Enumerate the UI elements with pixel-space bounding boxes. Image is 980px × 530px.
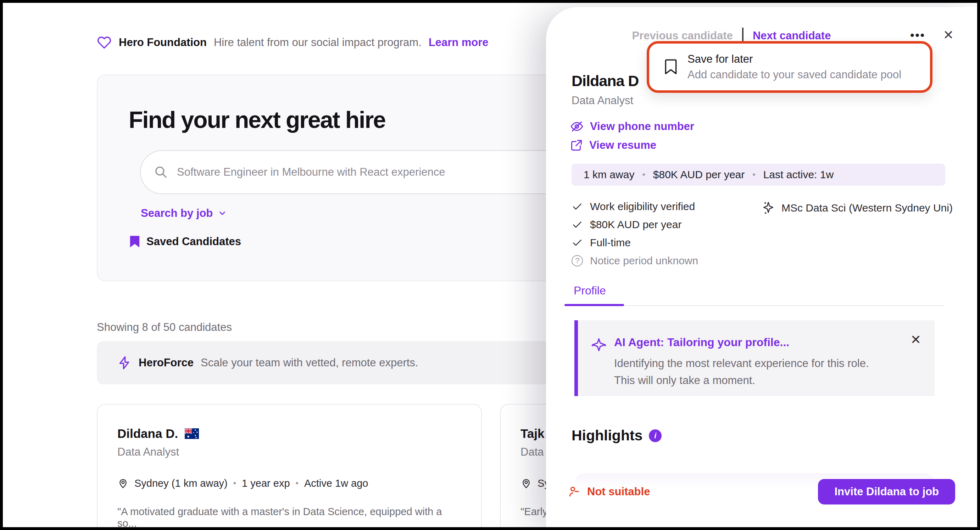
candidate-name: Tajk (520, 427, 544, 441)
bookmark-filled-icon (129, 235, 140, 248)
save-for-later-subtitle: Add candidate to your saved candidate po… (687, 68, 901, 81)
app-screen: Hero Foundation Hire talent from our soc… (0, 0, 980, 530)
next-candidate-button[interactable]: Next candidate (753, 29, 831, 42)
view-phone-number-link[interactable]: View phone number (570, 120, 694, 133)
check-icon (571, 219, 583, 230)
ai-sparkle-icon (590, 336, 608, 354)
ai-banner-body: Identifying the most relevant experience… (614, 355, 869, 389)
question-circle-icon: ? (571, 255, 583, 267)
heroforce-title: HeroForce (138, 356, 194, 369)
hero-foundation-title: Hero Foundation (119, 36, 207, 49)
location-pin-icon (117, 477, 129, 490)
education-label: MSc Data Sci (Western Sydney Uni) (781, 202, 953, 214)
check-icon (571, 201, 583, 212)
page-title: Find your next great hire (129, 106, 385, 133)
qualification-label: Work eligibility verified (590, 200, 695, 213)
candidate-role: Data Analyst (117, 446, 461, 459)
candidate-info-bar: 1 km away • $80K AUD per year • Last act… (571, 163, 945, 186)
hero-foundation-message: Hire talent from our social impact progr… (214, 36, 422, 49)
sparkle-icon (762, 200, 775, 216)
highlights-title: Highlights (571, 427, 643, 444)
person-minus-icon (568, 485, 581, 498)
chevron-down-icon (218, 209, 227, 218)
info-icon[interactable]: i (649, 429, 662, 442)
not-suitable-label: Not suitable (587, 486, 650, 498)
tab-active-indicator (565, 304, 624, 306)
dot-separator: • (642, 170, 645, 179)
qualification-label: $80K AUD per year (590, 219, 681, 231)
candidate-location: Sydney (1 km away) (134, 478, 228, 489)
lightning-bolt-icon (117, 355, 132, 371)
search-by-job-toggle[interactable]: Search by job (141, 207, 227, 220)
drawer-candidate-name: Dildana D (571, 72, 639, 90)
invite-to-job-button[interactable]: Invite Dildana to job (818, 479, 955, 505)
ai-agent-banner: AI Agent: Tailoring your profile... Iden… (574, 320, 935, 396)
qualification-item: Work eligibility verified (571, 200, 698, 213)
saved-candidates-link[interactable]: Saved Candidates (129, 235, 241, 248)
saved-candidates-label: Saved Candidates (146, 235, 241, 248)
education-item: MSc Data Sci (Western Sydney Uni) (762, 200, 953, 216)
qualification-label: Full-time (590, 236, 631, 249)
qualification-item: Full-time (571, 236, 698, 249)
results-count: Showing 8 of 50 candidates (97, 321, 232, 334)
view-phone-number-label: View phone number (590, 120, 694, 133)
heroforce-banner: HeroForce Scale your team with vetted, r… (97, 341, 580, 384)
search-hero-card: Find your next great hire Search by job … (97, 75, 581, 281)
drawer-header-actions: ••• ✕ (910, 28, 954, 43)
heart-icon (97, 35, 112, 49)
hero-foundation-banner: Hero Foundation Hire talent from our soc… (97, 35, 488, 49)
candidate-name: Dildana D. (117, 427, 178, 441)
last-active-value: Last active: 1w (764, 169, 834, 181)
external-link-icon (570, 139, 583, 152)
ai-banner-line2: This will only take a moment. (614, 372, 869, 389)
candidate-meta: Sydney (1 km away) • 1 year exp • Active… (117, 477, 461, 490)
search-icon (154, 165, 168, 179)
eye-off-icon (570, 120, 584, 133)
drawer-footer: Not suitable Invite Dildana to job (546, 460, 977, 527)
ai-banner-line1: Identifying the most relevant experience… (614, 355, 869, 372)
save-for-later-title: Save for later (687, 53, 901, 65)
candidate-quote: "A motivated graduate with a master's in… (117, 506, 461, 529)
candidate-experience: 1 year exp (242, 478, 290, 489)
candidate-detail-drawer: Previous candidate Next candidate ••• ✕ … (546, 7, 977, 527)
view-resume-label: View resume (589, 139, 656, 152)
drawer-candidate-role: Data Analyst (571, 94, 633, 107)
candidate-card-dildana[interactable]: Dildana D. Data Analyst Sydney (1 km (97, 404, 482, 530)
highlights-header: Highlights i (571, 427, 662, 444)
save-for-later-menu-item[interactable]: Save for later Add candidate to your sav… (647, 41, 932, 93)
notice-period-label: Notice period unknown (590, 255, 698, 267)
heroforce-message: Scale your team with vetted, remote expe… (201, 356, 418, 369)
dot-separator: • (752, 170, 755, 179)
learn-more-link[interactable]: Learn more (429, 36, 488, 49)
location-pin-icon (520, 477, 532, 490)
candidate-active: Active 1w ago (304, 478, 368, 489)
bookmark-outline-icon (664, 59, 678, 75)
qualification-item: $80K AUD per year (571, 219, 698, 231)
search-by-job-label: Search by job (141, 207, 213, 220)
australia-flag-icon (185, 428, 199, 439)
notice-period-item: ? Notice period unknown (571, 255, 698, 267)
dot-separator: • (233, 478, 236, 488)
dot-separator: • (296, 478, 299, 488)
not-suitable-button[interactable]: Not suitable (568, 485, 650, 498)
close-icon[interactable]: ✕ (943, 28, 954, 43)
more-options-icon[interactable]: ••• (910, 29, 925, 42)
tab-profile[interactable]: Profile (574, 284, 606, 297)
view-resume-link[interactable]: View resume (570, 139, 656, 152)
previous-candidate-button[interactable]: Previous candidate (632, 29, 733, 42)
ai-banner-close-icon[interactable]: ✕ (910, 332, 921, 347)
salary-value: $80K AUD per year (653, 169, 745, 181)
distance-value: 1 km away (584, 169, 634, 181)
qualification-list: Work eligibility verified $80K AUD per y… (571, 200, 698, 267)
ai-banner-title: AI Agent: Tailoring your profile... (614, 336, 789, 349)
check-icon (571, 237, 583, 248)
